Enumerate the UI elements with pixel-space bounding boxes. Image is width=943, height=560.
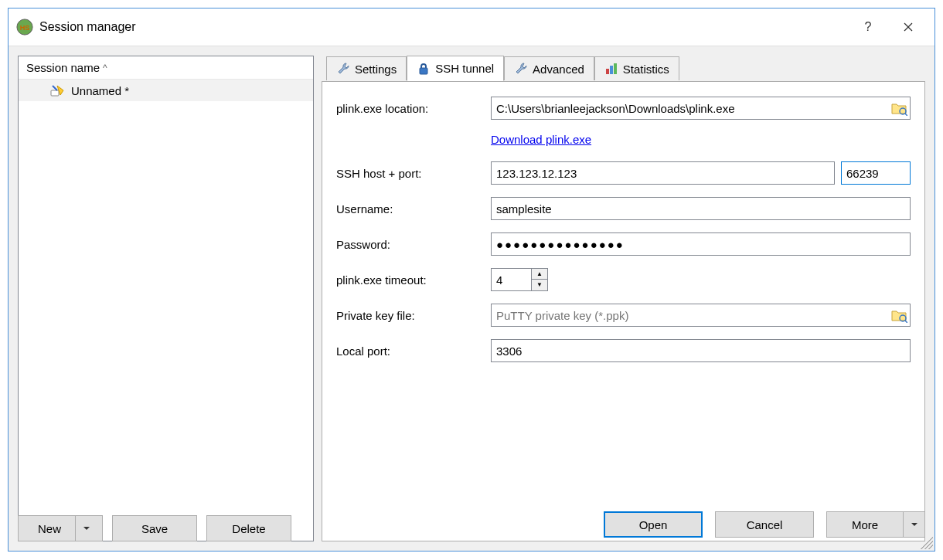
plink-timeout-up[interactable]: ▲: [531, 268, 548, 280]
chevron-down-icon: [83, 525, 90, 531]
browse-plink-icon[interactable]: [890, 100, 907, 116]
svg-rect-6: [420, 68, 427, 74]
footer-right: Open Cancel More: [604, 511, 925, 538]
input-plink-location[interactable]: [491, 97, 911, 120]
chevron-down-icon: [911, 521, 917, 528]
left-button-row: New Save Delete: [18, 515, 291, 541]
session-item-icon: [49, 83, 65, 98]
input-private-key[interactable]: [491, 304, 911, 327]
svg-rect-4: [51, 90, 59, 96]
more-button-dropdown[interactable]: [903, 512, 924, 537]
session-list-item[interactable]: Unnamed *: [19, 80, 313, 101]
label-password: Password:: [336, 238, 491, 251]
tab-content-ssh: plink.exe location:: [322, 81, 925, 541]
new-button-dropdown[interactable]: [75, 516, 97, 541]
delete-button[interactable]: Delete: [206, 515, 291, 541]
tab-ssh-tunnel[interactable]: SSH tunnel: [407, 56, 504, 81]
wrench-icon: [514, 62, 528, 76]
svg-line-5: [53, 86, 57, 90]
session-list-header[interactable]: Session name ^: [19, 56, 313, 80]
label-private-key: Private key file:: [336, 309, 491, 322]
new-button[interactable]: New: [18, 515, 103, 541]
row-ssh-host-port: SSH host + port:: [336, 161, 911, 185]
session-item-label: Unnamed *: [71, 84, 129, 97]
svg-line-11: [905, 114, 907, 116]
tab-strip: Settings SSH tunnel Advanced: [322, 56, 925, 81]
row-plink-timeout: plink.exe timeout: ▲ ▼: [336, 267, 911, 292]
save-button[interactable]: Save: [112, 515, 197, 541]
label-local-port: Local port:: [336, 344, 491, 358]
new-button-label: New: [24, 516, 75, 541]
plink-timeout-spinner: ▲ ▼: [491, 268, 548, 291]
row-username: Username:: [336, 196, 911, 221]
svg-text:HS: HS: [20, 24, 30, 32]
window-title: Session manager: [39, 20, 848, 34]
close-icon: [904, 22, 913, 32]
download-plink-link[interactable]: Download plink.exe: [491, 133, 591, 146]
row-private-key: Private key file:: [336, 303, 911, 328]
row-password: Password:: [336, 232, 911, 256]
chart-icon: [604, 62, 618, 76]
input-username[interactable]: [491, 197, 911, 220]
tab-advanced[interactable]: Advanced: [504, 56, 594, 80]
row-plink-location: plink.exe location:: [336, 96, 911, 120]
app-icon: HS: [16, 19, 33, 36]
label-plink-location: plink.exe location:: [336, 102, 491, 115]
right-panel: Settings SSH tunnel Advanced: [322, 56, 925, 541]
more-button-label: More: [827, 512, 903, 537]
session-list: Session name ^ Unnamed *: [18, 56, 314, 541]
session-manager-window: HS Session manager ? Session name ^: [8, 8, 935, 552]
session-header-label: Session name: [26, 61, 100, 74]
body: Session name ^ Unnamed *: [9, 46, 934, 551]
label-username: Username:: [336, 202, 491, 216]
svg-line-13: [905, 321, 907, 323]
input-local-port[interactable]: [491, 339, 911, 362]
input-plink-timeout[interactable]: [491, 268, 531, 291]
help-button[interactable]: ?: [848, 12, 888, 42]
tab-statistics[interactable]: Statistics: [594, 56, 679, 80]
wrench-icon: [336, 62, 350, 76]
svg-rect-9: [614, 63, 617, 74]
sort-indicator-icon: ^: [103, 63, 107, 73]
input-password[interactable]: [491, 232, 911, 256]
cancel-button[interactable]: Cancel: [715, 511, 814, 538]
open-button[interactable]: Open: [604, 511, 703, 538]
tab-label: Advanced: [533, 63, 584, 76]
footer-row: New Save Delete Open Cancel More: [18, 507, 925, 541]
input-ssh-port[interactable]: [841, 161, 911, 185]
label-ssh-host-port: SSH host + port:: [336, 167, 491, 180]
lock-icon: [417, 62, 431, 76]
input-ssh-host[interactable]: [491, 161, 835, 185]
titlebar: HS Session manager ?: [9, 8, 934, 46]
tab-label: Settings: [355, 63, 397, 76]
row-download-link: Download plink.exe: [336, 127, 911, 151]
tab-label: Statistics: [623, 63, 669, 76]
label-plink-timeout: plink.exe timeout:: [336, 273, 491, 287]
tab-label: SSH tunnel: [435, 62, 494, 75]
tab-settings[interactable]: Settings: [326, 56, 407, 80]
resize-grip[interactable]: [921, 537, 933, 549]
close-button[interactable]: [888, 12, 928, 42]
row-local-port: Local port:: [336, 338, 911, 363]
more-button[interactable]: More: [826, 511, 925, 538]
browse-private-key-icon[interactable]: [890, 307, 907, 323]
plink-timeout-down[interactable]: ▼: [531, 280, 548, 291]
svg-rect-8: [610, 66, 613, 74]
svg-rect-7: [606, 69, 609, 74]
main-columns: Session name ^ Unnamed *: [18, 56, 925, 541]
left-panel: Session name ^ Unnamed *: [18, 56, 314, 541]
